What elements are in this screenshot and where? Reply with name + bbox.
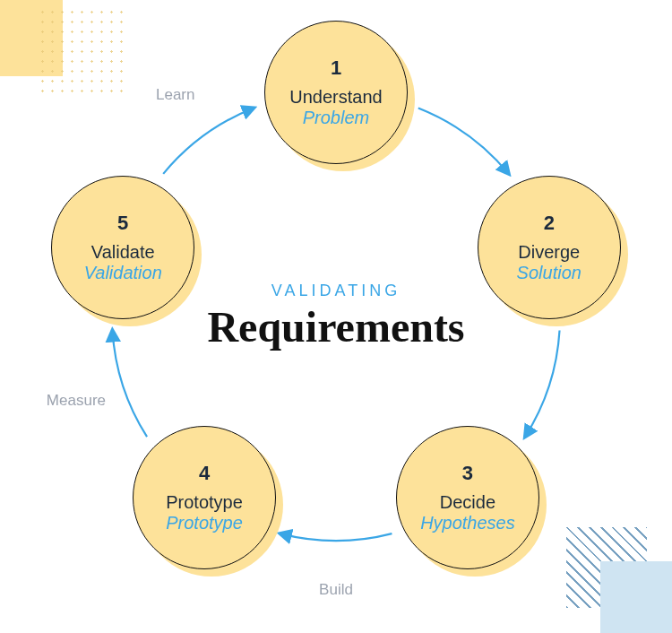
node-number: 2 — [544, 212, 555, 235]
node-face: 4PrototypePrototype — [133, 426, 276, 569]
node-title: Prototype — [166, 492, 243, 513]
node-subtitle: Hypotheses — [420, 513, 515, 533]
node-face: 5ValidateValidation — [51, 176, 194, 319]
arrow-5-to-1 — [163, 108, 254, 173]
diagram-canvas: VALIDATING Requirements 1UnderstandProbl… — [0, 0, 672, 633]
node-number: 4 — [199, 462, 210, 485]
node-title: Validate — [91, 242, 155, 263]
decor-dots-top-left — [38, 7, 127, 97]
arrow-2-to-3 — [525, 330, 560, 437]
title-main: Requirements — [148, 302, 524, 351]
node-title: Decide — [440, 492, 495, 513]
cycle-node-5: 5ValidateValidation — [51, 176, 194, 319]
node-face: 3DecideHypotheses — [396, 426, 539, 569]
title-eyebrow: VALIDATING — [148, 282, 524, 300]
node-number: 1 — [331, 56, 341, 80]
arc-label-measure: Measure — [47, 392, 106, 410]
node-subtitle: Validation — [84, 263, 162, 283]
arc-label-build: Build — [319, 581, 353, 599]
cycle-node-1: 1UnderstandProblem — [264, 21, 408, 164]
node-face: 1UnderstandProblem — [264, 21, 408, 164]
node-face: 2DivergeSolution — [478, 176, 621, 319]
arrow-3-to-4 — [280, 533, 392, 541]
arrow-4-to-5 — [112, 330, 147, 437]
cycle-node-2: 2DivergeSolution — [478, 176, 621, 319]
node-title: Understand — [289, 87, 382, 108]
node-number: 5 — [117, 212, 128, 235]
arrow-1-to-2 — [418, 108, 509, 173]
cycle-node-4: 4PrototypePrototype — [133, 426, 276, 569]
node-subtitle: Prototype — [166, 513, 243, 533]
title-block: VALIDATING Requirements — [148, 282, 524, 351]
node-subtitle: Problem — [303, 108, 369, 128]
node-title: Diverge — [518, 242, 580, 263]
decor-block-bottom-right — [600, 561, 672, 633]
node-subtitle: Solution — [517, 263, 582, 283]
cycle-node-3: 3DecideHypotheses — [396, 426, 539, 569]
node-number: 3 — [462, 462, 473, 485]
arc-label-learn: Learn — [156, 86, 194, 104]
